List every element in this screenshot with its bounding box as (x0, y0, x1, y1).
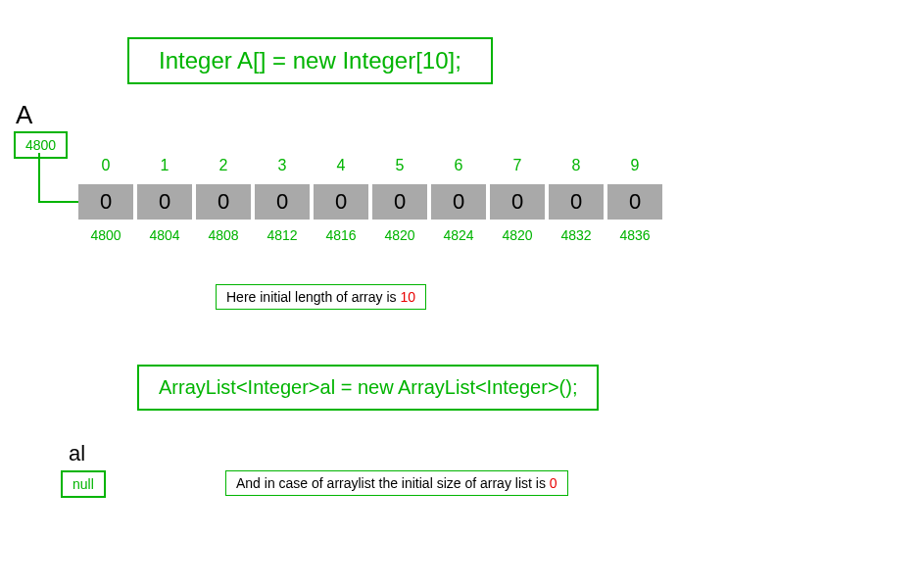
array-cell: 0 (196, 184, 251, 220)
array-index: 3 (255, 157, 310, 174)
array-address: 4820 (490, 227, 545, 243)
array-index-row: 0123456789 (78, 157, 662, 174)
array-index: 7 (490, 157, 545, 174)
array-cell: 0 (314, 184, 368, 220)
arraylist-note-value: 0 (550, 475, 557, 491)
pointer-connector-line (29, 153, 78, 212)
array-address: 4804 (137, 227, 192, 243)
array-cell: 0 (431, 184, 486, 220)
array-cell: 0 (137, 184, 192, 220)
array-cell: 0 (549, 184, 604, 220)
array-cell: 0 (372, 184, 427, 220)
arraylist-note-box: And in case of arraylist the initial siz… (225, 470, 568, 496)
array-cells-row: 0000000000 (78, 184, 662, 220)
array-index: 0 (78, 157, 133, 174)
array-address: 4836 (607, 227, 662, 243)
array-address: 4832 (549, 227, 604, 243)
array-index: 2 (196, 157, 251, 174)
array-index: 1 (137, 157, 192, 174)
array-cell: 0 (490, 184, 545, 220)
arraylist-note-prefix: And in case of arraylist the initial siz… (236, 475, 550, 491)
arraylist-variable-label: al (69, 441, 85, 466)
array-cell: 0 (78, 184, 133, 220)
array-address-row: 4800480448084812481648204824482048324836 (78, 227, 662, 243)
array-index: 4 (314, 157, 368, 174)
array-declaration-box: Integer A[] = new Integer[10]; (127, 37, 493, 84)
arraylist-declaration-text: ArrayList<Integer>al = new ArrayList<Int… (159, 376, 577, 398)
array-variable-label: A (16, 100, 32, 130)
arraylist-pointer-value: null (73, 476, 94, 492)
array-index: 6 (431, 157, 486, 174)
array-address: 4820 (372, 227, 427, 243)
array-index: 5 (372, 157, 427, 174)
array-address: 4824 (431, 227, 486, 243)
array-note-box: Here initial length of array is 10 (216, 284, 426, 310)
arraylist-pointer-box: null (61, 470, 106, 498)
array-cell: 0 (255, 184, 310, 220)
array-declaration-text: Integer A[] = new Integer[10]; (159, 47, 461, 74)
array-index: 9 (607, 157, 662, 174)
arraylist-declaration-box: ArrayList<Integer>al = new ArrayList<Int… (137, 365, 599, 411)
array-address: 4816 (314, 227, 368, 243)
array-note-value: 10 (400, 289, 415, 305)
array-address: 4812 (255, 227, 310, 243)
array-cell: 0 (607, 184, 662, 220)
array-index: 8 (549, 157, 604, 174)
array-address: 4808 (196, 227, 251, 243)
array-address: 4800 (78, 227, 133, 243)
array-note-prefix: Here initial length of array is (226, 289, 400, 305)
array-pointer-value: 4800 (25, 137, 56, 153)
